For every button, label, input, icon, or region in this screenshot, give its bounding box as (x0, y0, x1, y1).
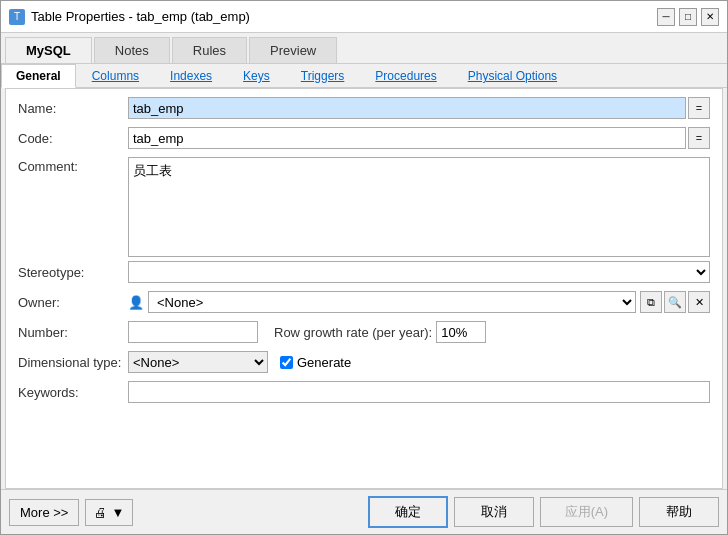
print-dropdown-icon: ▼ (111, 505, 124, 520)
close-button[interactable]: ✕ (701, 8, 719, 26)
number-row: Number: Row growth rate (per year): (18, 321, 710, 343)
dimensional-type-select[interactable]: <None> (128, 351, 268, 373)
owner-buttons: ⧉ 🔍 ✕ (640, 291, 710, 313)
code-ellipsis-button[interactable]: = (688, 127, 710, 149)
print-button[interactable]: 🖨 ▼ (85, 499, 133, 526)
stereotype-label: Stereotype: (18, 265, 128, 280)
tab-procedures[interactable]: Procedures (360, 64, 451, 87)
tab-columns[interactable]: Columns (77, 64, 154, 87)
owner-select[interactable]: <None> (148, 291, 636, 313)
tab-triggers[interactable]: Triggers (286, 64, 360, 87)
minimize-button[interactable]: ─ (657, 8, 675, 26)
tab-mysql[interactable]: MySQL (5, 37, 92, 63)
main-window: T Table Properties - tab_emp (tab_emp) ─… (0, 0, 728, 535)
generate-label-text: Generate (297, 355, 351, 370)
code-input[interactable] (128, 127, 686, 149)
confirm-button[interactable]: 确定 (368, 496, 448, 528)
apply-button[interactable]: 应用(A) (540, 497, 633, 527)
bottom-bar: More >> 🖨 ▼ 确定 取消 应用(A) 帮助 (1, 489, 727, 534)
row-growth-label: Row growth rate (per year): (274, 325, 432, 340)
keywords-row: Keywords: (18, 381, 710, 403)
code-row: Code: = (18, 127, 710, 149)
tab-notes[interactable]: Notes (94, 37, 170, 63)
title-bar-controls: ─ □ ✕ (657, 8, 719, 26)
tab-general[interactable]: General (1, 64, 76, 88)
keywords-input[interactable] (128, 381, 710, 403)
number-label: Number: (18, 325, 128, 340)
keywords-label: Keywords: (18, 385, 128, 400)
generate-checkbox[interactable] (280, 356, 293, 369)
owner-copy-button[interactable]: ⧉ (640, 291, 662, 313)
tab-physical-options[interactable]: Physical Options (453, 64, 572, 87)
window-title: Table Properties - tab_emp (tab_emp) (31, 9, 250, 24)
name-label: Name: (18, 101, 128, 116)
help-button[interactable]: 帮助 (639, 497, 719, 527)
owner-clear-button[interactable]: ✕ (688, 291, 710, 313)
printer-icon: 🖨 (94, 505, 107, 520)
comment-input[interactable]: 员工表 (128, 157, 710, 257)
stereotype-row: Stereotype: (18, 261, 710, 283)
number-input[interactable] (128, 321, 258, 343)
tab-group-outer: MySQL Notes Rules Preview General Column… (1, 33, 727, 88)
comment-row: Comment: 员工表 (18, 157, 710, 257)
owner-row: Owner: 👤 <None> ⧉ 🔍 ✕ (18, 291, 710, 313)
name-row: Name: = (18, 97, 710, 119)
tab-row-main: MySQL Notes Rules Preview (1, 33, 727, 63)
tab-preview[interactable]: Preview (249, 37, 337, 63)
cancel-button[interactable]: 取消 (454, 497, 534, 527)
name-ellipsis-button[interactable]: = (688, 97, 710, 119)
stereotype-select[interactable] (128, 261, 710, 283)
window-icon: T (9, 9, 25, 25)
tab-keys[interactable]: Keys (228, 64, 285, 87)
dimensional-type-row: Dimensional type: <None> Generate (18, 351, 710, 373)
owner-search-button[interactable]: 🔍 (664, 291, 686, 313)
title-bar-left: T Table Properties - tab_emp (tab_emp) (9, 9, 250, 25)
name-input[interactable] (128, 97, 686, 119)
content-area: Name: = Code: = Comment: 员工表 Stereotype:… (5, 88, 723, 489)
maximize-button[interactable]: □ (679, 8, 697, 26)
owner-label: Owner: (18, 295, 128, 310)
tab-indexes[interactable]: Indexes (155, 64, 227, 87)
owner-person-icon: 👤 (128, 295, 144, 310)
more-button[interactable]: More >> (9, 499, 79, 526)
comment-label: Comment: (18, 157, 128, 174)
title-bar: T Table Properties - tab_emp (tab_emp) ─… (1, 1, 727, 33)
row-growth-input[interactable] (436, 321, 486, 343)
tab-row-sub: General Columns Indexes Keys Triggers Pr… (1, 63, 727, 87)
code-label: Code: (18, 131, 128, 146)
generate-checkbox-label: Generate (280, 355, 351, 370)
dimensional-type-label: Dimensional type: (18, 355, 128, 370)
tab-rules[interactable]: Rules (172, 37, 247, 63)
